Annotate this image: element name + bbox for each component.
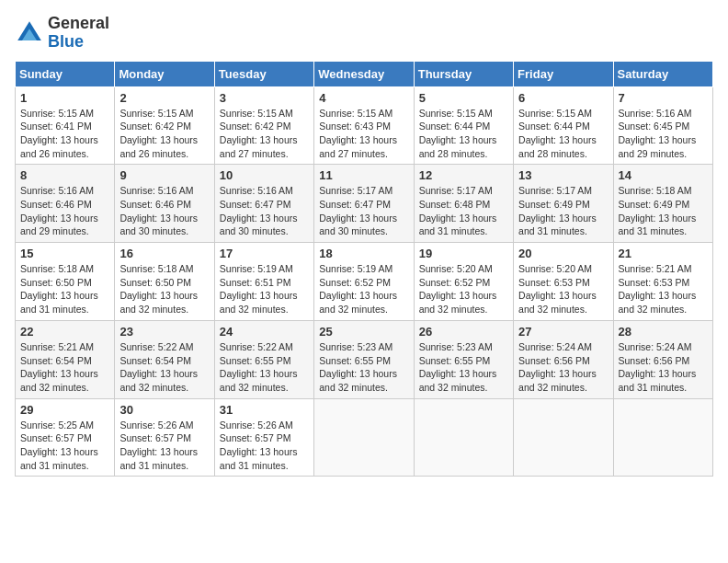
day-number: 7: [619, 91, 708, 105]
day-number: 28: [619, 325, 708, 339]
day-number: 21: [619, 247, 708, 260]
day-number: 26: [419, 325, 508, 339]
logo-icon: [15, 18, 44, 48]
day-cell: 4 Sunrise: 5:15 AM Sunset: 6:43 PM Dayli…: [314, 86, 414, 165]
day-number: 3: [220, 91, 309, 105]
day-cell: 16 Sunrise: 5:18 AM Sunset: 6:50 PM Dayl…: [115, 243, 214, 321]
weekday-header-wednesday: Wednesday: [314, 61, 414, 86]
day-info: Sunrise: 5:16 AM Sunset: 6:45 PM Dayligh…: [619, 107, 708, 161]
day-number: 14: [619, 168, 708, 182]
day-info: Sunrise: 5:17 AM Sunset: 6:47 PM Dayligh…: [319, 184, 408, 238]
day-number: 1: [20, 91, 109, 105]
day-cell: 26 Sunrise: 5:23 AM Sunset: 6:55 PM Dayl…: [414, 320, 513, 398]
day-cell: 19 Sunrise: 5:20 AM Sunset: 6:52 PM Dayl…: [414, 243, 513, 321]
weekday-header-monday: Monday: [115, 61, 214, 86]
day-info: Sunrise: 5:21 AM Sunset: 6:53 PM Dayligh…: [619, 262, 708, 316]
day-cell: 7 Sunrise: 5:16 AM Sunset: 6:45 PM Dayli…: [613, 86, 712, 165]
week-row-2: 8 Sunrise: 5:16 AM Sunset: 6:46 PM Dayli…: [16, 165, 713, 243]
day-cell: 20 Sunrise: 5:20 AM Sunset: 6:53 PM Dayl…: [514, 243, 613, 321]
day-info: Sunrise: 5:15 AM Sunset: 6:44 PM Dayligh…: [518, 107, 608, 161]
day-number: 19: [419, 247, 508, 260]
day-info: Sunrise: 5:22 AM Sunset: 6:54 PM Dayligh…: [119, 340, 209, 395]
day-info: Sunrise: 5:17 AM Sunset: 6:49 PM Dayligh…: [518, 184, 608, 238]
day-cell: [314, 398, 414, 477]
day-number: 30: [119, 403, 209, 417]
day-number: 20: [518, 247, 608, 260]
day-cell: 17 Sunrise: 5:19 AM Sunset: 6:51 PM Dayl…: [214, 243, 313, 321]
day-cell: 2 Sunrise: 5:15 AM Sunset: 6:42 PM Dayli…: [115, 86, 214, 165]
day-info: Sunrise: 5:19 AM Sunset: 6:52 PM Dayligh…: [319, 262, 408, 316]
day-info: Sunrise: 5:19 AM Sunset: 6:51 PM Dayligh…: [220, 262, 309, 316]
day-info: Sunrise: 5:21 AM Sunset: 6:54 PM Dayligh…: [20, 340, 109, 395]
day-info: Sunrise: 5:15 AM Sunset: 6:41 PM Dayligh…: [20, 107, 109, 161]
day-cell: 21 Sunrise: 5:21 AM Sunset: 6:53 PM Dayl…: [613, 243, 712, 321]
day-cell: 25 Sunrise: 5:23 AM Sunset: 6:55 PM Dayl…: [314, 320, 414, 398]
day-number: 12: [419, 168, 508, 182]
day-cell: 5 Sunrise: 5:15 AM Sunset: 6:44 PM Dayli…: [414, 86, 513, 165]
day-info: Sunrise: 5:15 AM Sunset: 6:42 PM Dayligh…: [119, 107, 209, 161]
logo-text: General Blue: [48, 15, 109, 52]
day-number: 11: [319, 168, 408, 182]
day-cell: [613, 398, 712, 477]
day-cell: 14 Sunrise: 5:18 AM Sunset: 6:49 PM Dayl…: [613, 165, 712, 243]
day-cell: 15 Sunrise: 5:18 AM Sunset: 6:50 PM Dayl…: [16, 243, 115, 321]
day-number: 23: [119, 325, 209, 339]
day-info: Sunrise: 5:25 AM Sunset: 6:57 PM Dayligh…: [20, 419, 109, 473]
day-info: Sunrise: 5:15 AM Sunset: 6:43 PM Dayligh…: [319, 107, 408, 161]
day-number: 15: [20, 247, 109, 260]
day-number: 10: [220, 168, 309, 182]
day-cell: 24 Sunrise: 5:22 AM Sunset: 6:55 PM Dayl…: [214, 320, 313, 398]
day-number: 16: [119, 247, 209, 260]
day-info: Sunrise: 5:18 AM Sunset: 6:50 PM Dayligh…: [20, 262, 109, 316]
day-info: Sunrise: 5:15 AM Sunset: 6:42 PM Dayligh…: [220, 107, 309, 161]
day-cell: 30 Sunrise: 5:26 AM Sunset: 6:57 PM Dayl…: [115, 398, 214, 477]
weekday-header-sunday: Sunday: [16, 61, 115, 86]
day-cell: 13 Sunrise: 5:17 AM Sunset: 6:49 PM Dayl…: [514, 165, 613, 243]
day-cell: 9 Sunrise: 5:16 AM Sunset: 6:46 PM Dayli…: [115, 165, 214, 243]
day-number: 31: [220, 403, 309, 417]
day-info: Sunrise: 5:15 AM Sunset: 6:44 PM Dayligh…: [419, 107, 508, 161]
weekday-header-tuesday: Tuesday: [214, 61, 313, 86]
day-cell: 27 Sunrise: 5:24 AM Sunset: 6:56 PM Dayl…: [514, 320, 613, 398]
day-cell: 8 Sunrise: 5:16 AM Sunset: 6:46 PM Dayli…: [16, 165, 115, 243]
day-cell: 23 Sunrise: 5:22 AM Sunset: 6:54 PM Dayl…: [115, 320, 214, 398]
day-info: Sunrise: 5:22 AM Sunset: 6:55 PM Dayligh…: [220, 340, 309, 395]
day-info: Sunrise: 5:26 AM Sunset: 6:57 PM Dayligh…: [220, 419, 309, 473]
weekday-header-saturday: Saturday: [613, 61, 712, 86]
week-row-1: 1 Sunrise: 5:15 AM Sunset: 6:41 PM Dayli…: [16, 86, 713, 165]
day-number: 29: [20, 403, 109, 417]
week-row-3: 15 Sunrise: 5:18 AM Sunset: 6:50 PM Dayl…: [16, 243, 713, 321]
day-cell: 6 Sunrise: 5:15 AM Sunset: 6:44 PM Dayli…: [514, 86, 613, 165]
day-number: 9: [119, 168, 209, 182]
day-cell: 1 Sunrise: 5:15 AM Sunset: 6:41 PM Dayli…: [16, 86, 115, 165]
day-cell: 29 Sunrise: 5:25 AM Sunset: 6:57 PM Dayl…: [16, 398, 115, 477]
weekday-header-thursday: Thursday: [414, 61, 513, 86]
day-number: 5: [419, 91, 508, 105]
day-cell: 12 Sunrise: 5:17 AM Sunset: 6:48 PM Dayl…: [414, 165, 513, 243]
weekday-header-row: SundayMondayTuesdayWednesdayThursdayFrid…: [16, 61, 713, 86]
day-info: Sunrise: 5:23 AM Sunset: 6:55 PM Dayligh…: [319, 340, 408, 395]
day-number: 22: [20, 325, 109, 339]
day-cell: 31 Sunrise: 5:26 AM Sunset: 6:57 PM Dayl…: [214, 398, 313, 477]
day-number: 13: [518, 168, 608, 182]
logo: General Blue: [15, 15, 109, 52]
day-number: 8: [20, 168, 109, 182]
day-cell: 10 Sunrise: 5:16 AM Sunset: 6:47 PM Dayl…: [214, 165, 313, 243]
day-info: Sunrise: 5:23 AM Sunset: 6:55 PM Dayligh…: [419, 340, 508, 395]
day-cell: [514, 398, 613, 477]
day-cell: 28 Sunrise: 5:24 AM Sunset: 6:56 PM Dayl…: [613, 320, 712, 398]
day-number: 25: [319, 325, 408, 339]
page-header: General Blue: [15, 15, 713, 52]
day-info: Sunrise: 5:16 AM Sunset: 6:46 PM Dayligh…: [20, 184, 109, 238]
day-info: Sunrise: 5:20 AM Sunset: 6:52 PM Dayligh…: [419, 262, 508, 316]
day-cell: 3 Sunrise: 5:15 AM Sunset: 6:42 PM Dayli…: [214, 86, 313, 165]
week-row-5: 29 Sunrise: 5:25 AM Sunset: 6:57 PM Dayl…: [16, 398, 713, 477]
day-number: 24: [220, 325, 309, 339]
day-info: Sunrise: 5:17 AM Sunset: 6:48 PM Dayligh…: [419, 184, 508, 238]
day-info: Sunrise: 5:18 AM Sunset: 6:50 PM Dayligh…: [119, 262, 209, 316]
day-info: Sunrise: 5:16 AM Sunset: 6:46 PM Dayligh…: [119, 184, 209, 238]
week-row-4: 22 Sunrise: 5:21 AM Sunset: 6:54 PM Dayl…: [16, 320, 713, 398]
day-number: 6: [518, 91, 608, 105]
day-number: 27: [518, 325, 608, 339]
day-cell: 22 Sunrise: 5:21 AM Sunset: 6:54 PM Dayl…: [16, 320, 115, 398]
